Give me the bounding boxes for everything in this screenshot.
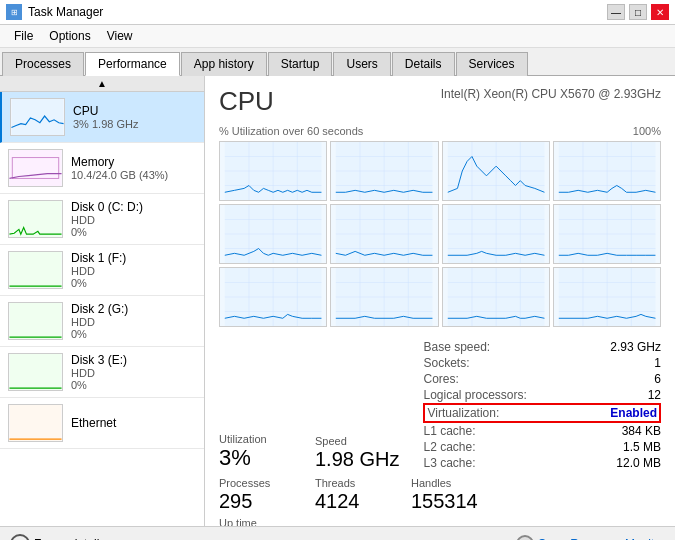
title-bar: ⊞ Task Manager — □ ✕ <box>0 0 675 25</box>
uptime-label: Up time <box>219 517 661 526</box>
disk1-pct: 0% <box>71 277 196 289</box>
disk2-label: Disk 2 (G:) <box>71 302 196 316</box>
disk1-mini-svg <box>9 252 62 288</box>
utilization-stat: Utilization 3% <box>219 433 299 471</box>
cpu-graph-2 <box>442 141 550 201</box>
disk1-type: HDD <box>71 265 196 277</box>
memory-mini-graph <box>8 149 63 187</box>
panel-subtitle: Intel(R) Xeon(R) CPU X5670 @ 2.93GHz <box>441 86 661 103</box>
tab-startup[interactable]: Startup <box>268 52 333 76</box>
tab-details[interactable]: Details <box>392 52 455 76</box>
graph-label-row: % Utilization over 60 seconds 100% <box>219 125 661 137</box>
tab-app-history[interactable]: App history <box>181 52 267 76</box>
handles-value: 155314 <box>411 489 491 513</box>
cpu-graph-6 <box>442 204 550 264</box>
disk0-mini-svg <box>9 201 62 237</box>
l2-item: L2 cache: 1.5 MB <box>423 439 661 455</box>
disk1-info: Disk 1 (F:) HDD 0% <box>71 251 196 289</box>
disk0-label: Disk 0 (C: D:) <box>71 200 196 214</box>
stats-section: Utilization 3% Speed 1.98 GHz Base speed… <box>219 339 661 471</box>
cpu-stats: 3% 1.98 GHz <box>73 118 196 130</box>
cpu-mini-graph <box>10 98 65 136</box>
tab-processes[interactable]: Processes <box>2 52 84 76</box>
cores-label: Cores: <box>423 372 458 386</box>
memory-stats: 10.4/24.0 GB (43%) <box>71 169 196 181</box>
sidebar-item-memory[interactable]: Memory 10.4/24.0 GB (43%) <box>0 143 204 194</box>
sidebar-scroll-up[interactable]: ▲ <box>0 76 204 92</box>
cpu-graph-4 <box>219 204 327 264</box>
open-monitor-label: Open Resource Monitor <box>538 537 665 541</box>
svg-rect-1 <box>9 150 61 186</box>
menu-view[interactable]: View <box>99 27 141 45</box>
sidebar-item-ethernet[interactable]: Ethernet <box>0 398 204 449</box>
svg-rect-6 <box>9 354 61 390</box>
utilization-value: 3% <box>219 445 299 471</box>
l2-label: L2 cache: <box>423 440 475 454</box>
sidebar-item-cpu[interactable]: CPU 3% 1.98 GHz <box>0 92 204 143</box>
speed-value: 1.98 GHz <box>315 447 399 471</box>
sidebar-item-disk3[interactable]: Disk 3 (E:) HDD 0% <box>0 347 204 398</box>
graph-label-max: 100% <box>633 125 661 137</box>
tab-services[interactable]: Services <box>456 52 528 76</box>
main-content: ▲ CPU 3% 1.98 GHz <box>0 76 675 526</box>
app-icon: ⊞ <box>6 4 22 20</box>
cpu-label: CPU <box>73 104 196 118</box>
disk3-mini-svg <box>9 354 62 390</box>
sidebar-item-disk2[interactable]: Disk 2 (G:) HDD 0% <box>0 296 204 347</box>
cpu-graph-8 <box>219 267 327 327</box>
handles-label: Handles <box>411 477 491 489</box>
tab-users[interactable]: Users <box>333 52 390 76</box>
disk2-type: HDD <box>71 316 196 328</box>
cpu-graph-3 <box>553 141 661 201</box>
sidebar: ▲ CPU 3% 1.98 GHz <box>0 76 205 526</box>
maximize-button[interactable]: □ <box>629 4 647 20</box>
l1-label: L1 cache: <box>423 424 475 438</box>
disk2-mini-svg <box>9 303 62 339</box>
detail-column: Base speed: 2.93 GHz Sockets: 1 Cores: 6… <box>423 339 661 471</box>
menu-options[interactable]: Options <box>41 27 98 45</box>
cpu-info: CPU 3% 1.98 GHz <box>73 104 196 130</box>
sidebar-item-disk1[interactable]: Disk 1 (F:) HDD 0% <box>0 245 204 296</box>
l3-value: 12.0 MB <box>616 456 661 470</box>
minimize-button[interactable]: — <box>607 4 625 20</box>
sockets-value: 1 <box>654 356 661 370</box>
l2-value: 1.5 MB <box>623 440 661 454</box>
open-resource-monitor-button[interactable]: ⊕ Open Resource Monitor <box>516 535 665 541</box>
threads-value: 4124 <box>315 489 395 513</box>
cores-item: Cores: 6 <box>423 371 661 387</box>
close-button[interactable]: ✕ <box>651 4 669 20</box>
sidebar-item-disk0[interactable]: Disk 0 (C: D:) HDD 0% <box>0 194 204 245</box>
tab-performance[interactable]: Performance <box>85 52 180 76</box>
disk0-mini-graph <box>8 200 63 238</box>
title-left: ⊞ Task Manager <box>6 4 103 20</box>
cpu-graph-5 <box>330 204 438 264</box>
cpu-graph-7 <box>553 204 661 264</box>
menu-file[interactable]: File <box>6 27 41 45</box>
cpu-graph-1 <box>330 141 438 201</box>
virtualization-item: Virtualization: Enabled <box>423 403 661 423</box>
sockets-item: Sockets: 1 <box>423 355 661 371</box>
cpu-graph-11 <box>553 267 661 327</box>
process-stats-section: Processes 295 Threads 4124 Handles 15531… <box>219 477 661 513</box>
logical-value: 12 <box>648 388 661 402</box>
memory-mini-svg <box>9 150 62 186</box>
l3-label: L3 cache: <box>423 456 475 470</box>
resource-monitor-icon: ⊕ <box>516 535 534 541</box>
svg-rect-4 <box>9 252 61 288</box>
panel-title: CPU <box>219 86 274 117</box>
l3-item: L3 cache: 12.0 MB <box>423 455 661 471</box>
disk3-mini-graph <box>8 353 63 391</box>
tab-bar: Processes Performance App history Startu… <box>0 48 675 76</box>
panel-header: CPU Intel(R) Xeon(R) CPU X5670 @ 2.93GHz <box>219 86 661 117</box>
fewer-details-button[interactable]: ∧ Fewer details <box>10 534 105 541</box>
disk0-type: HDD <box>71 214 196 226</box>
base-speed-label: Base speed: <box>423 340 490 354</box>
disk1-mini-graph <box>8 251 63 289</box>
sockets-label: Sockets: <box>423 356 469 370</box>
uptime-stat: Up time 12:01:47:20 <box>219 517 661 526</box>
logical-item: Logical processors: 12 <box>423 387 661 403</box>
speed-stat: Speed 1.98 GHz <box>315 435 399 471</box>
virtualization-value: Enabled <box>610 406 657 420</box>
threads-stat: Threads 4124 <box>315 477 395 513</box>
disk3-type: HDD <box>71 367 196 379</box>
